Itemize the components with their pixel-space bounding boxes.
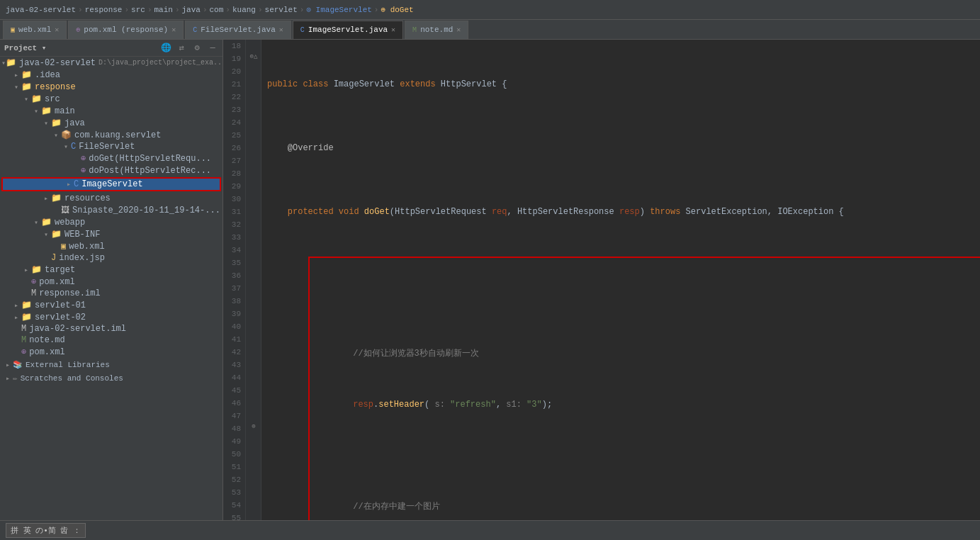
tree-item-fileservlet[interactable]: ▾ C FileServlet — [0, 141, 223, 152]
tabs-row: ▣ web.xml ✕ ⊕ pom.xml (response) ✕ C Fil… — [0, 20, 980, 40]
tree-label: FileServlet — [79, 142, 135, 152]
tree-item-java[interactable]: ▾ 📁 java — [0, 117, 223, 129]
tree-arrow-icon — [21, 278, 31, 286]
tree-item-doget[interactable]: ⊕ doGet(HttpServletRequ... — [0, 152, 223, 164]
line-num-29: 29 — [226, 180, 241, 193]
tree-item-indexjsp[interactable]: J index.jsp — [0, 252, 223, 264]
gutter-36 — [246, 269, 261, 282]
tree-item-imageservlet[interactable]: ▸ C ImageServlet — [3, 179, 220, 190]
tree-item-src[interactable]: ▾ 📁 src — [0, 93, 223, 105]
line-num-30: 30 — [226, 193, 241, 206]
tree-label: WEB-INF — [64, 230, 100, 240]
breadcrumb-sep: › — [374, 6, 379, 14]
tree-item-webinf[interactable]: ▾ 📁 WEB-INF — [0, 228, 223, 240]
gutter-48: ⊙ — [246, 422, 261, 435]
tab-close-icon[interactable]: ✕ — [391, 26, 395, 34]
tree-item-dopost[interactable]: ⊕ doPost(HttpServletRec... — [0, 164, 223, 176]
breadcrumb-item[interactable]: java — [182, 6, 201, 14]
folder-icon: 📁 — [31, 94, 42, 104]
tree-label: src — [45, 94, 60, 104]
code-line-23: resp.setHeader( s: "refresh", s1: "3"); — [312, 398, 980, 411]
iml-icon: M — [21, 324, 26, 334]
line-num-32: 32 — [226, 218, 241, 231]
tree-item-webapp[interactable]: ▾ 📁 webapp — [0, 216, 223, 228]
tree-item-servlet02[interactable]: ▸ 📁 servlet-02 — [0, 311, 223, 323]
breadcrumb-item[interactable]: kuang — [232, 6, 256, 14]
breadcrumb-item[interactable]: response — [85, 6, 123, 14]
tree-arrow-icon — [41, 254, 51, 262]
tree-item-responseiml[interactable]: M response.iml — [0, 288, 223, 299]
tree-label: webapp — [55, 218, 85, 227]
breadcrumb-item[interactable]: main — [154, 6, 172, 14]
tree-item-idea[interactable]: ▸ 📁 .idea — [0, 69, 223, 81]
breadcrumb-item[interactable]: java-02-servlet — [6, 6, 76, 14]
breadcrumb-item[interactable]: servlet — [265, 6, 298, 14]
tree-item-pomxml[interactable]: ⊕ pom.xml — [0, 276, 223, 288]
breadcrumb-item[interactable]: src — [131, 6, 145, 14]
selected-item-box: ▸ C ImageServlet — [1, 177, 221, 191]
tree-item-notemd[interactable]: M note.md — [0, 334, 223, 346]
tree-label: index.jsp — [59, 253, 105, 263]
breadcrumb-item[interactable]: com — [210, 6, 224, 14]
sidebar-icon-minimize[interactable]: — — [207, 43, 218, 53]
code-line-20: protected void doGet(HttpServletRequest … — [267, 206, 980, 218]
line-num-52: 52 — [226, 473, 241, 486]
tab-close-icon[interactable]: ✕ — [279, 26, 283, 34]
tree-item-resources[interactable]: ▸ 📁 resources — [0, 192, 223, 204]
gutter-41 — [246, 333, 261, 346]
tree-item-response[interactable]: ▾ 📁 response — [0, 81, 223, 93]
gutter-18 — [246, 40, 261, 52]
tab-imageservlet[interactable]: C ImageServlet.java ✕ — [293, 21, 403, 39]
breadcrumb-sep: › — [175, 6, 180, 14]
tree-item-rootml[interactable]: M java-02-servlet.iml — [0, 323, 223, 334]
tree-item-webxml[interactable]: ▣ web.xml — [0, 240, 223, 252]
java-file-icon: C — [71, 142, 76, 152]
editor-pane[interactable]: 18 19 20 21 22 23 24 25 26 27 28 29 30 3… — [223, 40, 980, 540]
gutter-27 — [246, 154, 261, 167]
tab-fileservlet[interactable]: C FileServlet.java ✕ — [185, 21, 291, 39]
tab-pomxml[interactable]: ⊕ pom.xml (response) ✕ — [68, 21, 184, 39]
folder-icon: 📁 — [21, 312, 32, 322]
tree-item-root[interactable]: ▾ 📁 java-02-servlet D:\java_project\proj… — [0, 57, 223, 69]
ime-widget[interactable]: 拼 英 の•简 齿 ： — [6, 523, 86, 538]
sidebar-icon-settings[interactable]: ⚙ — [191, 43, 203, 53]
line-num-36: 36 — [226, 269, 241, 282]
tree-label: com.kuang.servlet — [74, 130, 161, 140]
tree-item-rootpom[interactable]: ⊕ pom.xml — [0, 346, 223, 358]
sidebar-icon-arrange[interactable]: ⇄ — [176, 43, 187, 53]
tree-item-servlet01[interactable]: ▸ 📁 servlet-01 — [0, 299, 223, 311]
sidebar-icon-globe[interactable]: 🌐 — [160, 43, 171, 53]
tree-item-main[interactable]: ▾ 📁 main — [0, 105, 223, 117]
folder-icon: 📁 — [21, 81, 32, 92]
tab-close-icon[interactable]: ✕ — [171, 26, 176, 34]
tree-item-package[interactable]: ▾ 📦 com.kuang.servlet — [0, 129, 223, 141]
line-num-19: 19 — [226, 52, 241, 65]
gutter-26 — [246, 142, 261, 154]
breadcrumb-item[interactable]: ⊙ ImageServlet — [306, 5, 371, 14]
tree-item-snipaste[interactable]: 🖼 Snipaste_2020-10-11_19-14-... — [0, 204, 223, 216]
iml-icon: M — [31, 288, 36, 298]
gutter-38 — [246, 295, 261, 308]
gutter-54 — [246, 499, 261, 512]
tab-notemd[interactable]: M note.md ✕ — [405, 21, 468, 39]
gutter-53 — [246, 486, 261, 499]
external-libraries[interactable]: ▸ 📚 External Libraries — [0, 358, 223, 371]
tree-item-target[interactable]: ▸ 📁 target — [0, 264, 223, 276]
tab-webxml[interactable]: ▣ web.xml ✕ — [3, 21, 67, 39]
ext-lib-label: External Libraries — [26, 361, 110, 369]
tree-label: .idea — [35, 70, 60, 80]
sidebar-body: ▾ 📁 java-02-servlet D:\java_project\proj… — [0, 57, 223, 540]
tree-arrow-icon — [51, 206, 61, 214]
line-num-18: 18 — [226, 40, 241, 52]
gutter-46 — [246, 397, 261, 410]
breadcrumb-item[interactable]: ⊕ doGet — [381, 5, 413, 14]
gutter-43 — [246, 359, 261, 371]
gutter-20 — [246, 65, 261, 78]
scratches-and-consoles[interactable]: ▸ ✏ Scratches and Consoles — [0, 371, 223, 385]
line-num-37: 37 — [226, 282, 241, 295]
tab-close-icon[interactable]: ✕ — [456, 26, 461, 34]
code-content[interactable]: public class ImageServlet extends HttpSe… — [261, 40, 980, 540]
tab-close-icon[interactable]: ✕ — [55, 26, 59, 34]
gutter-42 — [246, 346, 261, 359]
code-editor: 18 19 20 21 22 23 24 25 26 27 28 29 30 3… — [223, 40, 980, 540]
